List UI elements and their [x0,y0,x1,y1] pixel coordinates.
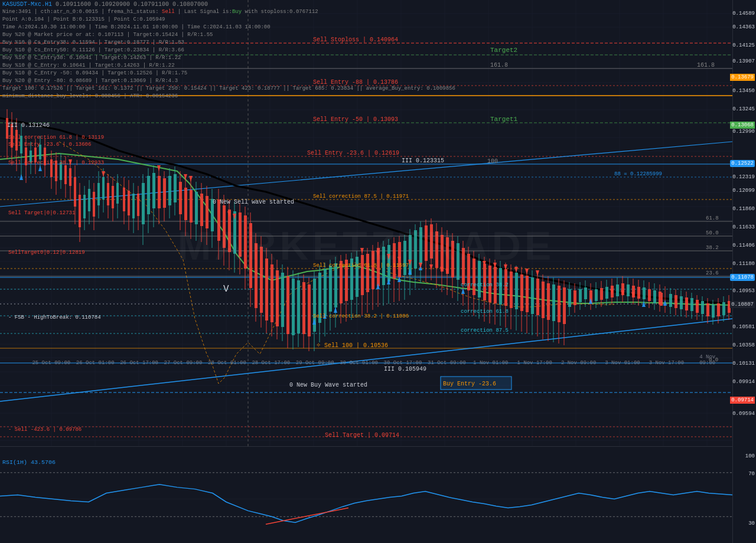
svg-rect-124 [116,183,119,204]
price-axis: 0.14589 0.14363 0.14125 0.13907 0.13679 … [732,0,756,454]
svg-rect-316 [627,284,630,296]
price-11180: 0.11180 [732,261,755,267]
rsi-axis: 100 70 30 [732,454,756,543]
svg-rect-320 [637,287,640,299]
svg-rect-206 [334,263,337,308]
price-09714: 0.09714 [730,397,755,404]
svg-text:161.8: 161.8 [490,62,508,68]
svg-rect-340 [690,298,693,311]
svg-rect-104 [69,168,71,186]
svg-rect-312 [616,284,619,296]
svg-rect-114 [93,192,95,217]
time-4: 27 Oct 09:00 [164,360,203,366]
svg-rect-290 [558,286,561,322]
chart-title: KASUSDT-Mxc.H1 0.10911600 0.10920900 0.1… [2,1,208,8]
svg-rect-338 [685,297,688,310]
rsi-chart: RSI(1H) 43.5706 [0,454,732,543]
svg-text:- FSB - HighToBreak: 0.110784: - FSB - HighToBreak: 0.110784 [8,315,101,320]
info-line-1: Nine:3491 | cth:atr_n_0:0.0015 | frema_h… [2,8,455,16]
svg-rect-138 [152,173,155,208]
price-11860: 0.11860 [732,206,755,212]
svg-rect-308 [605,287,608,299]
svg-rect-282 [536,279,539,315]
svg-rect-304 [595,289,598,301]
svg-rect-110 [83,195,86,218]
svg-rect-148 [179,182,182,214]
svg-rect-280 [531,277,534,314]
svg-rect-350 [717,303,720,316]
svg-text:Sell Target | 0.09714: Sell Target | 0.09714 [325,432,399,439]
time-9: 30 Oct 17:00 [384,360,422,366]
svg-text:88 = 0.12285999: 88 = 0.12285999 [614,171,662,177]
svg-rect-188 [286,276,289,334]
svg-text:23.6: 23.6 [706,270,719,276]
svg-rect-286 [547,283,550,320]
chart-info-panel: Nine:3491 | cth:atr_n_0:0.0015 | frema_h… [2,8,455,100]
svg-text:0 New Sell wave started: 0 New Sell wave started [213,199,294,205]
svg-rect-196 [308,284,311,336]
svg-text:0 New Buy Wave started: 0 New Buy Wave started [289,382,367,388]
svg-rect-278 [526,276,529,312]
svg-rect-108 [79,195,81,227]
rsi-30: 30 [748,521,755,526]
svg-rect-106 [74,177,76,207]
price-11078: 0.11078 [730,274,755,281]
svg-rect-292 [563,287,566,324]
svg-rect-122 [112,186,114,208]
svg-rect-130 [132,194,135,218]
info-line-6: Buy %10 @ Cs_Entry50: 0.11126 | Target:0… [2,47,455,54]
svg-rect-192 [297,280,300,333]
svg-rect-186 [281,273,284,327]
svg-rect-128 [128,191,130,215]
rsi-70: 70 [748,471,755,477]
svg-rect-150 [184,188,187,220]
svg-rect-348 [712,305,715,318]
svg-text:III 0.131246: III 0.131246 [7,122,50,129]
svg-text:38.2: 38.2 [706,245,719,251]
svg-rect-306 [600,288,603,300]
price-13450: 0.13450 [732,88,755,94]
svg-text:Sell Target|0|0.12731: Sell Target|0|0.12731 [8,210,75,216]
svg-text:MARKETZTRADE: MARKETZTRADE [178,223,555,268]
svg-rect-146 [174,174,177,202]
time-3: 26 Oct 17:00 [120,360,158,366]
svg-text:61.8: 61.8 [706,215,719,221]
price-14125: 0.14125 [732,42,755,48]
svg-text:100: 100 [487,158,498,165]
price-10953: 0.10953 [732,288,755,294]
svg-rect-152 [190,190,193,223]
svg-text:correction 61.8: correction 61.8 [461,309,509,315]
svg-text:Sell correction 61.8 | 0.13119: Sell correction 61.8 | 0.13119 [8,135,104,140]
price-13245: 0.13245 [732,106,755,112]
svg-text:Target1: Target1 [490,116,518,123]
info-line-12: minimum_distance_buy_levels: 0.000456 | … [2,93,455,100]
price-12522: 0.12522 [730,160,755,167]
price-12099: 0.12099 [732,188,755,194]
time-13: 2 Nov 09:00 [561,360,596,366]
svg-rect-334 [674,295,677,308]
svg-rect-182 [271,264,273,322]
price-13907: 0.13907 [732,58,755,64]
svg-rect-330 [660,293,663,306]
price-12319: 0.12319 [732,174,755,180]
price-10358: 0.10358 [732,342,755,348]
svg-rect-202 [324,269,327,316]
svg-rect-326 [653,290,656,303]
price-11406: 0.11406 [732,243,755,248]
info-line-5: Buy %10 @ Cs_Entry38: 0.11594 | Target:0… [2,39,455,47]
svg-rect-324 [648,289,651,301]
svg-rect-154 [195,192,198,224]
price-10807: 0.10807 [730,301,755,308]
price-09594: 0.09594 [732,411,755,417]
svg-text:correction 38.2: correction 38.2 [461,282,509,288]
time-2: 26 Oct 01:00 [76,360,115,366]
svg-rect-132 [137,194,139,216]
svg-text:RSI(1H) 43.5706: RSI(1H) 43.5706 [2,459,56,466]
price-14589: 0.14589 [732,11,755,17]
svg-text:Sell correction 38.2 | 0.12933: Sell correction 38.2 | 0.12933 [8,160,104,166]
svg-rect-126 [123,188,125,211]
svg-rect-294 [568,289,571,307]
svg-text:correction 87.5: correction 87.5 [461,328,509,333]
svg-rect-118 [102,177,105,199]
symbol-name: KASUSDT-Mxc.H1 [2,1,52,8]
